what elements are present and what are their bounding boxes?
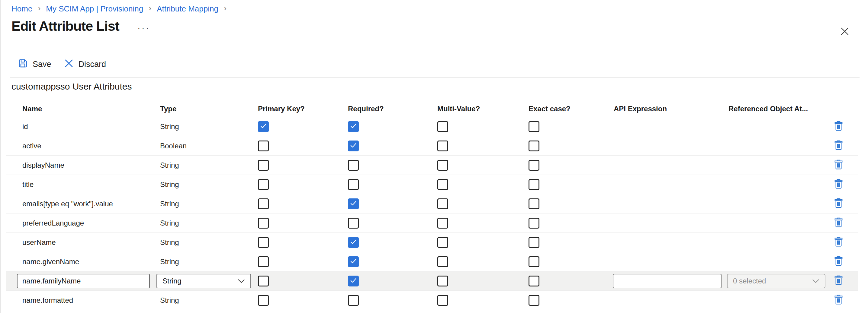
delete-attribute-button[interactable] [834,294,843,306]
delete-attribute-button[interactable] [834,160,843,171]
attribute-type-cell: String [160,274,258,288]
required-checkbox-cell [348,141,437,151]
required-checkbox-cell [348,295,437,306]
delete-attribute-button[interactable] [834,256,843,267]
attribute-type-cell: String [160,161,258,170]
save-label: Save [33,60,51,69]
primary-key-checkbox[interactable] [258,237,269,248]
attribute-type-cell: String [160,200,258,208]
table-body: idStringactiveBooleandisplayNameStringti… [6,117,858,310]
more-options-button[interactable]: ··· [136,24,151,34]
attribute-row-preferredLanguage: preferredLanguageString [6,213,858,233]
delete-attribute-button[interactable] [834,121,843,132]
breadcrumb-link-1[interactable]: Home [11,4,32,13]
breadcrumb-link-2[interactable]: My SCIM App | Provisioning [46,4,143,13]
required-checkbox[interactable] [348,218,359,229]
required-checkbox[interactable] [348,121,359,132]
attribute-type-cell: String [160,123,258,131]
required-checkbox[interactable] [348,179,359,190]
attribute-row-id: idString [6,117,858,136]
table-header-row: Name Type Primary Key? Required? Multi-V… [6,101,858,117]
attribute-name-label: displayName [22,161,64,169]
primary-key-checkbox[interactable] [258,295,269,306]
column-header-referenced-object: Referenced Object At... [728,105,832,113]
required-checkbox-cell [348,160,437,171]
exact-case-checkbox[interactable] [529,295,539,306]
delete-attribute-button[interactable] [834,237,843,248]
type-select[interactable]: String [156,274,251,288]
attribute-type-cell: Boolean [160,142,258,150]
chevron-down-icon [812,277,819,285]
delete-attribute-button[interactable] [834,179,843,190]
required-checkbox[interactable] [348,199,359,209]
primary-key-checkbox[interactable] [258,160,269,171]
required-checkbox[interactable] [348,295,359,306]
referenced-object-value: 0 selected [733,277,766,285]
referenced-object-select[interactable]: 0 selected [727,274,826,288]
discard-button[interactable]: Discard [64,59,106,70]
primary-key-checkbox[interactable] [258,256,269,267]
primary-key-checkbox-cell [258,218,348,229]
multi-value-checkbox[interactable] [437,276,448,286]
attribute-type-label: String [160,200,179,208]
blade-title-row: Edit Attribute List ··· [11,18,151,34]
command-bar: Save Discard [18,59,106,70]
delete-attribute-button[interactable] [834,217,843,229]
api-expression-input[interactable] [613,274,721,288]
attribute-name-label: name.givenName [22,257,79,266]
primary-key-checkbox-cell [258,276,348,286]
required-checkbox[interactable] [348,160,359,171]
multi-value-checkbox-cell [437,199,529,209]
multi-value-checkbox-cell [437,237,529,248]
save-button[interactable]: Save [18,59,51,70]
attribute-name-label: userName [22,238,56,246]
multi-value-checkbox[interactable] [437,141,448,151]
attribute-row-emails[type eq "work"].value: emails[type eq "work"].valueString [6,194,858,213]
delete-attribute-button[interactable] [834,198,843,209]
required-checkbox[interactable] [348,276,359,286]
api-expression-cell [614,274,728,288]
trash-icon [834,160,843,171]
save-icon [18,59,28,70]
close-blade-button[interactable] [838,25,852,39]
required-checkbox[interactable] [348,141,359,151]
multi-value-checkbox[interactable] [437,179,448,190]
multi-value-checkbox[interactable] [437,295,448,306]
exact-case-checkbox[interactable] [529,121,539,132]
exact-case-checkbox[interactable] [529,276,539,286]
exact-case-checkbox[interactable] [529,256,539,267]
exact-case-checkbox[interactable] [529,218,539,229]
multi-value-checkbox[interactable] [437,160,448,171]
primary-key-checkbox[interactable] [258,218,269,229]
primary-key-checkbox[interactable] [258,141,269,151]
actions-cell [832,256,858,267]
multi-value-checkbox[interactable] [437,218,448,229]
attribute-type-label: String [160,238,179,246]
multi-value-checkbox[interactable] [437,199,448,209]
required-checkbox[interactable] [348,237,359,248]
primary-key-checkbox[interactable] [258,276,269,286]
primary-key-checkbox[interactable] [258,121,269,132]
page-title: Edit Attribute List [11,18,119,34]
exact-case-checkbox[interactable] [529,199,539,209]
attribute-name-input[interactable] [17,274,150,288]
primary-key-checkbox-cell [258,121,348,132]
multi-value-checkbox[interactable] [437,121,448,132]
attribute-name-cell: displayName [6,161,160,170]
primary-key-checkbox[interactable] [258,179,269,190]
primary-key-checkbox[interactable] [258,199,269,209]
attribute-type-label: String [160,296,179,304]
delete-attribute-button[interactable] [834,275,843,286]
exact-case-checkbox[interactable] [529,141,539,151]
exact-case-checkbox[interactable] [529,160,539,171]
column-header-required: Required? [348,105,437,113]
attribute-type-cell: String [160,238,258,247]
delete-attribute-button[interactable] [834,140,843,151]
multi-value-checkbox[interactable] [437,237,448,248]
exact-case-checkbox[interactable] [529,237,539,248]
actions-cell [832,294,858,306]
exact-case-checkbox[interactable] [529,179,539,190]
multi-value-checkbox[interactable] [437,256,448,267]
breadcrumb-link-3[interactable]: Attribute Mapping [157,4,218,13]
required-checkbox[interactable] [348,256,359,267]
